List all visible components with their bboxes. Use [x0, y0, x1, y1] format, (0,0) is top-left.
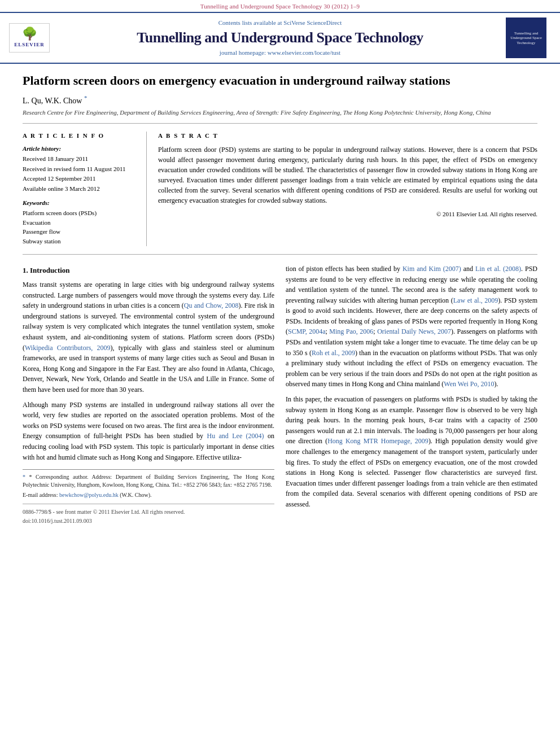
keyword-2: Evacuation	[23, 219, 138, 227]
keyword-3: Passenger flow	[23, 228, 138, 236]
journal-homepage: journal homepage: www.elsevier.com/locat…	[61, 49, 499, 57]
ref-law-2009[interactable]: Law et al., 2009	[453, 296, 498, 304]
footnote-star: * * Corresponding author. Address: Depar…	[23, 473, 274, 489]
footnote-email-link[interactable]: bewkchow@polyu.edu.hk	[59, 492, 119, 498]
article-title: Platform screen doors on emergency evacu…	[23, 73, 537, 89]
section1-para1: Mass transit systems are operating in la…	[23, 279, 274, 395]
ref-hu-lee-2004[interactable]: Hu and Lee (2004)	[207, 432, 264, 440]
right-para2: In this paper, the evacuation of passeng…	[286, 394, 537, 510]
body-section: 1. Introduction Mass transit systems are…	[23, 264, 537, 525]
ref-wenweiPo-2010[interactable]: Wen Wei Po, 2010	[444, 380, 494, 388]
sciverse-line: Contents lists available at SciVerse Sci…	[61, 19, 499, 27]
ref-oriental-2007[interactable]: Oriental Daily News, 2007	[377, 327, 451, 335]
history-label: Article history:	[23, 145, 138, 153]
keywords-label: Keywords:	[23, 199, 138, 207]
ref-lin-2008[interactable]: Lin et al. (2008)	[475, 265, 521, 273]
top-banner: Tunnelling and Underground Space Technol…	[0, 0, 560, 12]
journal-citation: Tunnelling and Underground Space Technol…	[200, 3, 360, 10]
abstract-heading: A B S T R A C T	[158, 132, 537, 140]
elsevier-tree-icon: 🌳	[22, 28, 37, 40]
affiliation: Research Centre for Fire Engineering, De…	[23, 108, 537, 123]
section1-heading: 1. Introduction	[23, 265, 274, 276]
ref-wikipedia-2009[interactable]: Wikipedia Contributors, 2009	[25, 344, 111, 352]
doi-line: doi:10.1016/j.tust.2011.09.003	[23, 517, 274, 526]
keyword-1: Platform screen doors (PSDs)	[23, 209, 138, 217]
journal-cover-area: Tunnelling and Underground Space Technol…	[506, 18, 551, 58]
keywords-section: Keywords: Platform screen doors (PSDs) E…	[23, 199, 138, 246]
abstract-text: Platform screen door (PSD) systems are s…	[158, 145, 537, 206]
journal-cover-image: Tunnelling and Underground Space Technol…	[506, 18, 546, 58]
ref-kim-kim-2007[interactable]: Kim and Kim (2007)	[403, 265, 461, 273]
body-left-col: 1. Introduction Mass transit systems are…	[23, 264, 274, 525]
date-revised: Received in revised form 11 August 2011	[23, 165, 138, 173]
article-info-panel: A R T I C L E I N F O Article history: R…	[23, 132, 147, 246]
body-right-col: tion of piston effects has been studied …	[286, 264, 537, 525]
sciverse-link[interactable]: SciVerse ScienceDirect	[283, 19, 342, 26]
homepage-url[interactable]: www.elsevier.com/locate/tust	[268, 49, 340, 56]
author-star: *	[84, 94, 88, 101]
footnote-email: E-mail address: bewkchow@polyu.edu.hk (W…	[23, 491, 274, 499]
elsevier-wordmark: ELSEVIER	[14, 41, 45, 49]
section1-para2: Although many PSD systems are installed …	[23, 400, 274, 463]
main-content: Platform screen doors on emergency evacu…	[0, 64, 560, 539]
issn-line: 0886-7798/$ - see front matter © 2011 El…	[23, 508, 274, 517]
right-para1: tion of piston effects has been studied …	[286, 264, 537, 390]
info-abstract-section: A R T I C L E I N F O Article history: R…	[23, 132, 537, 255]
authors-line: L. Qu, W.K. Chow *	[23, 94, 537, 106]
copyright-notice: © 2011 Elsevier Ltd. All rights reserved…	[158, 210, 537, 219]
journal-header-center: Contents lists available at SciVerse Sci…	[61, 19, 499, 58]
journal-header: 🌳 ELSEVIER Contents lists available at S…	[0, 12, 560, 64]
footnotes: * * Corresponding author. Address: Depar…	[23, 469, 274, 499]
article-info-heading: A R T I C L E I N F O	[23, 132, 138, 140]
bottom-bar: 0886-7798/$ - see front matter © 2011 El…	[23, 504, 274, 525]
ref-hkmtr-2009[interactable]: Hong Kong MTR Homepage, 2009	[327, 437, 428, 445]
ref-qu-chow-2008[interactable]: Qu and Chow, 2008	[184, 302, 239, 309]
date-online: Available online 3 March 2012	[23, 185, 138, 193]
ref-roh-2009[interactable]: Roh et al., 2009	[312, 349, 355, 357]
elsevier-logo-area: 🌳 ELSEVIER	[9, 23, 54, 53]
abstract-panel: A B S T R A C T Platform screen door (PS…	[158, 132, 537, 246]
ref-scmp-2004[interactable]: SCMP, 2004a	[288, 327, 326, 335]
journal-title: Tunnelling and Underground Space Technol…	[61, 29, 499, 46]
date-received: Received 18 January 2011	[23, 155, 138, 163]
date-accepted: Accepted 12 September 2011	[23, 174, 138, 183]
keyword-4: Subway station	[23, 237, 138, 246]
ref-mingpao-2006[interactable]: Ming Pao, 2006	[329, 327, 373, 335]
authors-text: L. Qu, W.K. Chow	[23, 97, 82, 105]
